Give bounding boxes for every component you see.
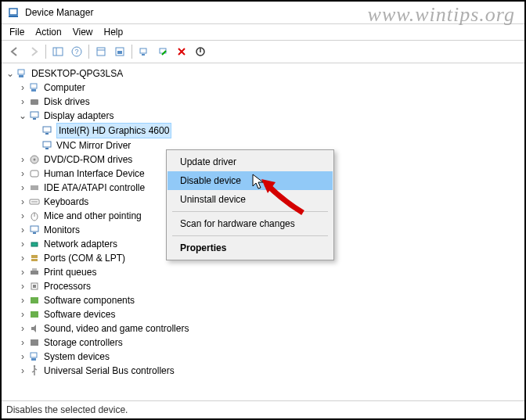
expand-icon[interactable]: › [17,209,28,223]
window-title: Device Manager [25,7,93,18]
svg-rect-45 [31,353,37,357]
expand-icon[interactable]: › [17,167,28,181]
svg-rect-16 [31,84,37,88]
tree-label: Keyboards [44,195,88,209]
svg-rect-24 [45,148,49,149]
context-update-driver[interactable]: Update driver [168,153,333,171]
menu-action[interactable]: Action [35,27,61,38]
context-properties[interactable]: Properties [168,239,333,257]
tree-label: DVD/CD-ROM drives [44,153,132,167]
tree-label: Computer [44,81,85,95]
tree-item[interactable]: ⌄Display adapters [3,109,523,123]
expand-icon[interactable]: › [17,279,28,293]
svg-point-47 [34,365,35,367]
expand-icon[interactable]: ⌄ [17,109,28,123]
tree-label: System devices [44,350,110,364]
usb-icon [28,364,41,377]
svg-rect-11 [142,54,145,56]
expand-icon[interactable]: › [17,223,28,237]
svg-rect-36 [31,255,38,258]
tree-root[interactable]: ⌄ DESKTOP-QPG3LSA [3,66,523,81]
properties-button[interactable] [92,43,110,60]
toolbar: ? [2,41,524,63]
svg-rect-34 [33,232,36,234]
menu-bar: File Action View Help [2,24,524,41]
uninstall-button[interactable] [173,43,190,60]
svg-rect-35 [31,242,38,246]
tree-label: Display adapters [44,109,113,123]
disk-icon [28,95,41,108]
status-bar: Disables the selected device. [2,400,524,418]
context-separator [172,235,328,236]
tree-label: VNC Mirror Driver [56,138,131,153]
expand-icon[interactable]: › [17,350,28,364]
disable-button[interactable] [192,43,209,60]
expand-icon[interactable]: › [17,307,28,321]
expand-icon[interactable]: › [17,265,28,279]
tree-item[interactable]: ›Computer [3,81,523,95]
tree-item[interactable]: ›Sound, video and game controllers [3,321,523,336]
expand-icon[interactable]: › [17,81,28,95]
expand-icon[interactable]: › [17,251,28,265]
tree-item[interactable]: ›Software devices [3,307,523,321]
tree-label: Software components [44,293,135,307]
svg-rect-18 [31,99,38,105]
expand-icon[interactable]: ⌄ [5,66,16,81]
computer-icon [28,81,41,94]
ports-icon [28,252,41,264]
tree-item[interactable]: ›Storage controllers [3,336,523,350]
context-disable-device[interactable]: Disable device [168,171,333,190]
svg-rect-27 [31,171,38,177]
system-icon [28,350,41,363]
menu-view[interactable]: View [73,27,93,38]
svg-rect-28 [31,185,38,190]
tree-item[interactable]: ›Print queues [3,265,523,279]
tree-item[interactable]: ›Processors [3,279,523,293]
expand-icon[interactable]: › [17,237,28,251]
menu-help[interactable]: Help [104,27,124,38]
tree-label: Human Interface Device [44,167,145,181]
dvd-icon [28,153,41,166]
expand-icon[interactable]: › [17,95,28,109]
help-button[interactable]: ? [68,43,85,60]
svg-rect-21 [43,127,51,132]
back-button[interactable] [6,43,23,60]
status-text: Disables the selected device. [6,404,128,415]
context-uninstall-device[interactable]: Uninstall device [168,190,333,209]
tree-item-selected[interactable]: Intel(R) HD Graphics 4600 [3,123,523,138]
svg-rect-39 [32,268,37,271]
svg-rect-41 [33,285,36,288]
expand-icon[interactable]: › [17,293,28,307]
expand-icon[interactable]: › [17,364,28,378]
tree-item[interactable]: ›Software components [3,293,523,307]
svg-text:?: ? [74,48,78,56]
expand-icon[interactable]: › [17,153,28,167]
tree-item[interactable]: ›Disk drives [3,95,523,109]
forward-button[interactable] [25,43,42,60]
tree-label: Universal Serial Bus controllers [44,364,175,378]
tree-item[interactable]: ›System devices [3,350,523,364]
mouse-icon [28,210,41,222]
tree-item[interactable]: ›Universal Serial Bus controllers [3,364,523,378]
show-hide-button[interactable] [49,43,67,60]
expand-icon[interactable]: › [17,195,28,209]
svg-rect-42 [31,297,38,303]
software-icon [28,308,41,321]
watermark-text: www.wintips.org [368,3,515,27]
expand-icon[interactable]: › [17,181,28,195]
tree-root-label: DESKTOP-QPG3LSA [31,66,123,81]
svg-rect-23 [43,142,51,147]
update-button[interactable] [111,43,128,60]
svg-rect-33 [31,226,38,232]
enable-button[interactable] [154,43,171,60]
device-manager-icon [8,6,20,19]
context-scan-hardware[interactable]: Scan for hardware changes [168,214,333,233]
expand-icon[interactable]: › [17,336,28,350]
computer-icon [16,67,28,80]
expand-icon[interactable]: › [17,321,28,336]
tree-label: IDE ATA/ATAPI controlle [44,181,145,195]
menu-file[interactable]: File [9,27,24,38]
svg-rect-15 [19,75,23,77]
scan-button[interactable] [135,43,153,60]
svg-rect-46 [31,358,36,361]
